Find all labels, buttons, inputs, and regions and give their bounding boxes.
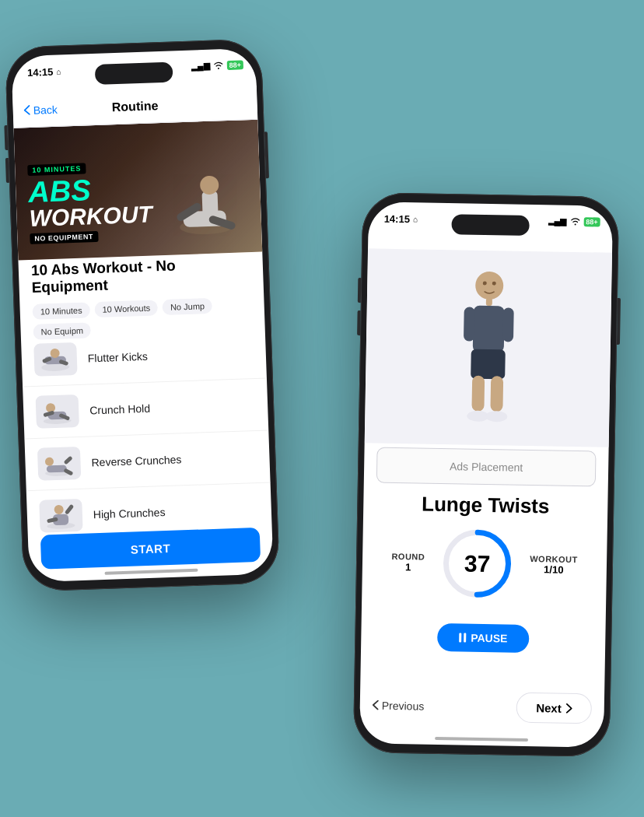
svg-rect-33 [490, 376, 503, 412]
phone-1: 14:15 ⌂ ▂▄▆ 88+ Back [5, 38, 280, 591]
tag-minutes: 10 Minutes [32, 302, 89, 320]
svg-rect-2 [202, 191, 219, 216]
svg-point-34 [467, 411, 488, 422]
reverse-crunches-icon [41, 449, 77, 479]
workout-title: 10 Abs Workout - No Equipment [31, 254, 251, 296]
previous-label: Previous [382, 699, 425, 712]
timer-section: ROUND 1 37 WORKOUT 1/10 [362, 524, 607, 602]
flutter-kicks-icon [37, 345, 73, 374]
signal-icon-2: ▂▄▆ [548, 216, 567, 226]
round-title: ROUND [391, 552, 425, 562]
status-time-1: 14:15 ⌂ [27, 65, 61, 79]
battery-badge: 88+ [226, 60, 243, 70]
phone-2: 14:15 ⌂ ▂▄▆ 88+ ← [353, 192, 620, 757]
exercise-list: Flutter Kicks Crunch Hold [21, 327, 272, 536]
ads-placement-text: Ads Placement [450, 460, 523, 474]
phone-1-screen: 14:15 ⌂ ▂▄▆ 88+ Back [11, 48, 273, 583]
svg-rect-28 [473, 306, 505, 353]
dynamic-island-2 [451, 214, 529, 236]
svg-rect-25 [65, 504, 75, 515]
svg-rect-17 [47, 465, 67, 473]
svg-point-3 [200, 175, 219, 195]
exercise-item-crunch-hold[interactable]: Crunch Hold [23, 378, 268, 439]
standing-person [448, 261, 529, 434]
home-indicator-icon: ⌂ [56, 67, 61, 75]
svg-rect-19 [64, 456, 73, 465]
dynamic-island [95, 61, 173, 84]
exercise-thumb-reverse-crunches [37, 447, 81, 481]
exercise-item-flutter-kicks[interactable]: Flutter Kicks [21, 327, 267, 387]
hero-image: 10 MINUTES ABS WORKOUT NO EQUIPMENT [14, 120, 263, 261]
pause-button-label: PAUSE [471, 632, 507, 645]
tag-workouts: 10 Workouts [94, 300, 158, 317]
svg-rect-30 [502, 307, 514, 342]
high-crunches-label: High Crunches [93, 506, 166, 521]
wifi-icon-2 [569, 217, 580, 226]
previous-chevron [373, 700, 379, 710]
crunch-hold-label: Crunch Hold [89, 402, 150, 417]
svg-point-13 [46, 403, 55, 412]
hero-text: 10 MINUTES ABS WORKOUT NO EQUIPMENT [27, 158, 153, 244]
pause-icon [459, 633, 466, 642]
status-icons-2: ▂▄▆ 88+ [548, 216, 600, 226]
tag-jump: No Jump [163, 298, 213, 315]
svg-point-18 [45, 458, 54, 466]
nav-buttons-row: Previous Next [372, 689, 592, 724]
workout-value: 1/10 [530, 563, 578, 576]
workout-title-label: WORKOUT [530, 554, 578, 564]
ads-placement-box: Ads Placement [376, 447, 597, 487]
timer-circle: 37 [439, 526, 515, 601]
round-value: 1 [391, 561, 425, 573]
svg-rect-32 [471, 376, 485, 412]
power-button-2[interactable] [617, 298, 621, 345]
svg-point-26 [475, 272, 504, 300]
nav-title-1: Routine [112, 99, 159, 114]
volume-up-button-2[interactable] [358, 278, 362, 303]
exercise-thumb-crunch-hold [36, 394, 79, 429]
next-chevron [566, 703, 572, 714]
home-indicator-1 [104, 569, 198, 575]
crunch-hold-icon [40, 397, 75, 426]
reverse-crunches-label: Reverse Crunches [91, 453, 181, 468]
high-crunches-icon [43, 501, 79, 531]
back-label: Back [33, 103, 58, 116]
svg-rect-29 [464, 307, 475, 341]
phone-2-screen: 14:15 ⌂ ▂▄▆ 88+ ← [359, 202, 613, 747]
pause-button[interactable]: PAUSE [437, 623, 530, 653]
workout-title-section: 10 Abs Workout - No Equipment 10 Minutes… [31, 254, 253, 340]
exercise-thumb-flutter-kicks [33, 342, 77, 377]
home-indicator-2 [435, 737, 528, 742]
wifi-icon [212, 61, 223, 69]
exercise-thumb-high-crunches [39, 499, 82, 533]
volume-down-button-2[interactable] [357, 310, 361, 335]
timer-count: 37 [439, 526, 515, 601]
exercise-name-large: Lunge Twists [363, 491, 607, 519]
svg-point-23 [54, 505, 63, 514]
power-button[interactable] [264, 131, 269, 178]
start-button[interactable]: START [40, 528, 261, 570]
svg-point-35 [485, 411, 507, 422]
hero-person [157, 143, 254, 255]
svg-rect-27 [486, 298, 492, 306]
back-button[interactable]: Back [23, 103, 58, 116]
volume-up-button[interactable] [4, 125, 8, 150]
status-time-2: 14:15 ⌂ [384, 213, 418, 226]
flutter-kicks-label: Flutter Kicks [88, 350, 149, 365]
battery-badge-2: 88+ [583, 217, 600, 226]
workout-label: WORKOUT 1/10 [530, 554, 578, 576]
volume-down-button[interactable] [5, 158, 9, 183]
signal-icon: ▂▄▆ [191, 61, 210, 72]
time-display: 14:15 [27, 66, 54, 79]
round-label: ROUND 1 [391, 552, 425, 573]
home-indicator-icon-2: ⌂ [413, 215, 418, 223]
status-icons-1: ▂▄▆ 88+ [191, 59, 243, 71]
previous-button[interactable]: Previous [373, 699, 425, 712]
figure-area [365, 248, 612, 447]
next-button[interactable]: Next [516, 693, 592, 724]
next-label: Next [536, 701, 562, 715]
svg-rect-31 [471, 349, 506, 380]
time-display-2: 14:15 [384, 213, 411, 226]
exercise-item-reverse-crunches[interactable]: Reverse Crunches [24, 430, 270, 491]
start-button-label: START [130, 541, 170, 556]
hero-workout-text: WORKOUT [29, 202, 152, 230]
